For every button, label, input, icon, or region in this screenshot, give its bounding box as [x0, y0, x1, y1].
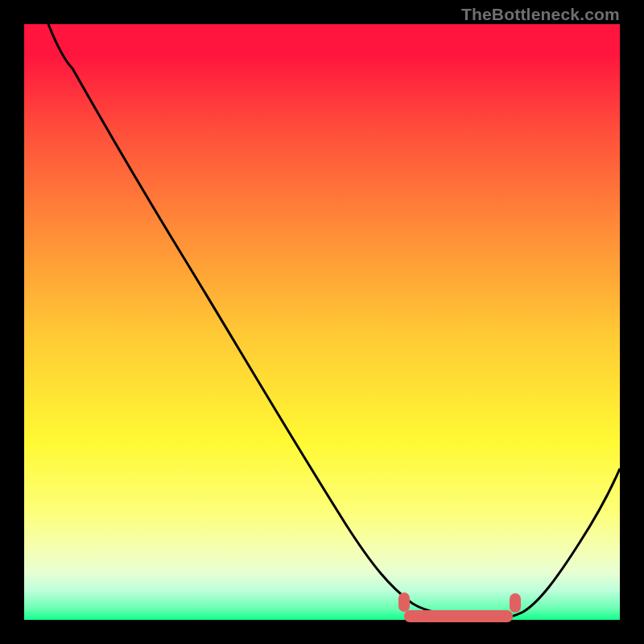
optimal-band [404, 610, 513, 622]
curve-svg [24, 24, 620, 620]
watermark-text: TheBottleneck.com [461, 5, 620, 24]
bottleneck-curve [48, 24, 620, 618]
optimal-end-marker [510, 593, 521, 613]
optimal-start-marker [398, 592, 410, 612]
chart-stage: TheBottleneck.com [0, 0, 644, 644]
